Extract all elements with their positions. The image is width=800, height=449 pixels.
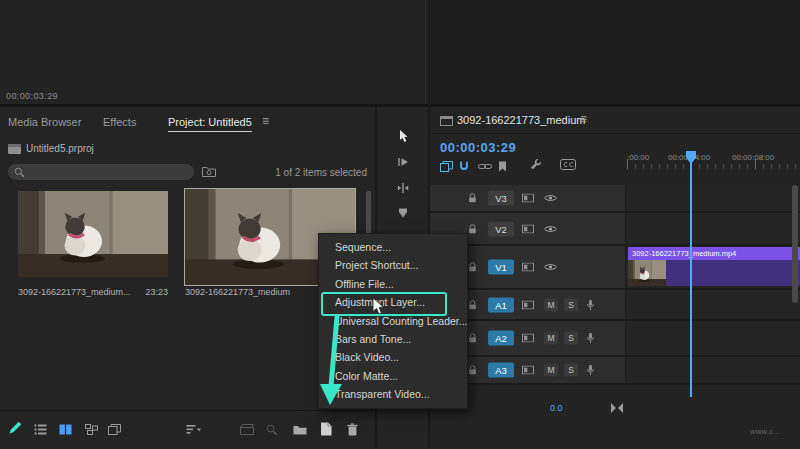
sync-lock-icon[interactable] [522, 194, 534, 203]
nest-sequence-icon[interactable] [440, 161, 453, 172]
track-row-v3: V3 [430, 185, 800, 213]
track-output-eye-icon[interactable] [544, 194, 557, 202]
linked-selection-icon[interactable] [478, 162, 492, 171]
track-target-a2[interactable]: A2 [488, 331, 514, 346]
menu-item-project-shortcut[interactable]: Project Shortcut... [319, 256, 467, 274]
tab-project[interactable]: Project: Untitled5 [168, 116, 252, 132]
new-item-icon[interactable] [320, 422, 332, 436]
menu-item-sequence[interactable]: Sequence... [319, 238, 467, 256]
timeline-header-divider [430, 133, 800, 134]
razor-tool-icon[interactable] [397, 207, 409, 219]
track-output-eye-icon[interactable] [544, 225, 557, 233]
timeline-settings-wrench-icon[interactable] [530, 158, 542, 170]
watermark: www.c... [750, 427, 780, 436]
track-target-v1[interactable]: V1 [488, 260, 514, 275]
timeline-tracks: V3 V2 [430, 185, 800, 397]
cat-video-frame [18, 191, 168, 277]
snap-magnet-icon[interactable] [459, 161, 469, 172]
voiceover-mic-icon[interactable] [586, 299, 595, 311]
track-lock-icon[interactable] [468, 193, 477, 203]
track-lane-a3[interactable] [625, 357, 800, 383]
sync-lock-icon[interactable] [522, 366, 534, 375]
track-target-v3[interactable]: V3 [488, 191, 514, 206]
timeline-clip-frames [628, 260, 800, 286]
selection-tool-icon[interactable] [397, 129, 409, 143]
list-view-icon[interactable] [34, 424, 47, 435]
track-header-v3: V3 [430, 185, 625, 211]
timeline-tab-icon [440, 116, 453, 126]
find-icon[interactable] [266, 424, 278, 436]
track-lane-a2[interactable] [625, 321, 800, 355]
icon-view-icon[interactable] [59, 424, 72, 435]
track-select-tool-icon[interactable] [397, 156, 409, 168]
track-lane-v3[interactable] [625, 185, 800, 211]
track-lane-v1[interactable]: 3092-166221773_medium.mp4 [625, 246, 800, 288]
track-target-a3[interactable]: A3 [488, 363, 514, 378]
selection-status: 1 of 2 items selected [222, 167, 367, 178]
track-lock-icon[interactable] [468, 300, 477, 310]
ruler-tick-8s [755, 159, 756, 169]
clip-1-label[interactable]: 3092-166221773_medium... [18, 287, 136, 297]
automate-to-sequence-icon[interactable] [240, 424, 254, 435]
track-lane-a1[interactable] [625, 290, 800, 319]
sync-lock-icon[interactable] [522, 300, 534, 309]
mute-button[interactable]: M [544, 364, 558, 377]
search-icon [14, 167, 25, 178]
ripple-edit-tool-icon[interactable] [397, 182, 409, 194]
ruler-minor-ticks[interactable] [627, 164, 800, 169]
mouse-cursor [372, 297, 385, 316]
project-file-name[interactable]: Untitled5.prproj [26, 143, 94, 154]
mute-button[interactable]: M [544, 298, 558, 311]
freeform-view-icon[interactable] [85, 424, 98, 435]
edit-pencil-icon[interactable] [8, 421, 22, 435]
track-target-v2[interactable]: V2 [488, 221, 514, 236]
fit-sequence-icon[interactable] [610, 402, 624, 414]
menu-item-offline-file[interactable]: Offline File... [319, 275, 467, 293]
timeline-panel: 3092-166221773_medium ≡ 00:00:03:29 :00:… [430, 107, 800, 449]
new-bin-folder-icon[interactable] [293, 424, 307, 435]
tab-effects[interactable]: Effects [103, 116, 136, 128]
playhead-handle[interactable] [686, 151, 696, 164]
search-input[interactable] [8, 164, 194, 180]
closed-captions-icon[interactable] [560, 159, 576, 170]
project-toolbar [0, 410, 375, 449]
sort-order-icon[interactable] [186, 424, 202, 435]
clip-2-label[interactable]: 3092-166221773_medium [185, 287, 316, 297]
mute-button[interactable]: M [544, 332, 558, 345]
voiceover-mic-icon[interactable] [586, 364, 595, 376]
clear-trash-icon[interactable] [346, 423, 359, 436]
clip-thumbnail-1[interactable] [18, 191, 168, 277]
track-lane-v2[interactable] [625, 213, 800, 244]
timeline-scrollbar[interactable] [792, 185, 798, 303]
track-row-a2: A2 M S [430, 321, 800, 357]
timeline-clip-v1[interactable]: 3092-166221773_medium.mp4 [628, 247, 800, 286]
clip-1-duration: 23:23 [136, 287, 168, 297]
voiceover-mic-icon[interactable] [586, 332, 595, 344]
solo-button[interactable]: S [564, 332, 578, 345]
playhead-line[interactable] [690, 151, 692, 397]
timeline-title[interactable]: 3092-166221773_medium [457, 114, 585, 126]
tab-media-browser[interactable]: Media Browser [8, 116, 81, 128]
add-marker-icon[interactable] [498, 161, 507, 172]
track-row-a3: A3 M S [430, 357, 800, 385]
track-target-a1[interactable]: A1 [488, 297, 514, 312]
track-row-v2: V2 [430, 213, 800, 246]
stacked-panels-icon[interactable] [108, 424, 121, 435]
solo-button[interactable]: S [564, 364, 578, 377]
track-lock-icon[interactable] [468, 333, 477, 343]
project-panel-menu-icon[interactable]: ≡ [262, 114, 269, 128]
sync-lock-icon[interactable] [522, 263, 534, 272]
track-lock-icon[interactable] [468, 262, 477, 272]
timeline-panel-menu-icon[interactable]: ≡ [580, 112, 587, 126]
solo-button[interactable]: S [564, 298, 578, 311]
new-search-bin-icon[interactable] [202, 165, 216, 178]
track-lock-icon[interactable] [468, 224, 477, 234]
sync-lock-icon[interactable] [522, 334, 534, 343]
track-lock-icon[interactable] [468, 365, 477, 375]
sync-lock-icon[interactable] [522, 224, 534, 233]
timeline-timecode[interactable]: 00:00:03:29 [440, 140, 516, 155]
track-output-eye-icon[interactable] [544, 263, 557, 271]
track-row-a1: A1 M S [430, 290, 800, 321]
timeline-clip-label: 3092-166221773_medium.mp4 [628, 247, 800, 260]
program-monitor-area-right [431, 0, 800, 104]
